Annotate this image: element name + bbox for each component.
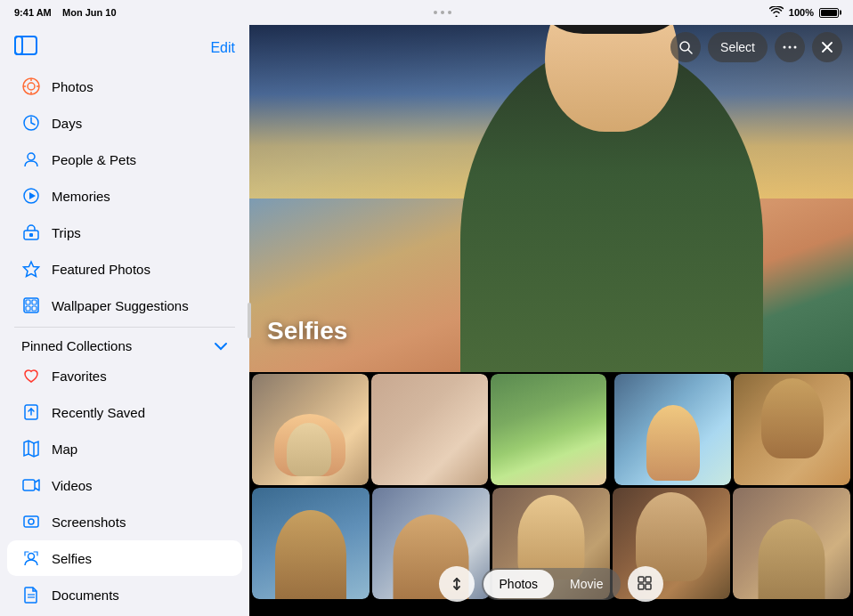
selfies-icon bbox=[21, 548, 41, 568]
sidebar-item-screenshots[interactable]: Screenshots bbox=[7, 504, 242, 539]
sidebar-item-documents[interactable]: Documents bbox=[7, 577, 242, 612]
svg-rect-19 bbox=[32, 306, 37, 311]
featured-icon bbox=[21, 259, 41, 279]
svg-rect-25 bbox=[23, 480, 35, 490]
thumb-3[interactable] bbox=[491, 374, 607, 485]
recentsaved-label: Recently Saved bbox=[52, 405, 145, 420]
sidebar-item-wallpaper[interactable]: Wallpaper Suggestions bbox=[7, 288, 242, 323]
photos-icon bbox=[21, 77, 41, 96]
svg-marker-22 bbox=[24, 441, 38, 457]
top-bar-actions: Select bbox=[670, 32, 842, 62]
sidebar: Edit Photos bbox=[0, 25, 249, 616]
svg-point-27 bbox=[28, 519, 34, 524]
top-bar: Select bbox=[249, 25, 853, 69]
svg-point-41 bbox=[794, 46, 797, 49]
svg-point-28 bbox=[28, 554, 35, 560]
sidebar-item-featured[interactable]: Featured Photos bbox=[7, 251, 242, 287]
map-label: Map bbox=[52, 442, 77, 457]
chevron-down-icon bbox=[214, 339, 228, 353]
battery-label: 100% bbox=[789, 7, 814, 18]
people-label: People & Pets bbox=[52, 152, 136, 167]
status-center bbox=[434, 11, 451, 14]
svg-point-39 bbox=[784, 46, 786, 49]
pinned-section-header[interactable]: Pinned Collections bbox=[0, 331, 249, 357]
close-button[interactable] bbox=[812, 32, 842, 62]
sidebar-item-recentsaved[interactable]: Recently Saved bbox=[7, 394, 242, 430]
view-mode-segment: Photos Movie bbox=[482, 568, 621, 600]
sidebar-item-favorites[interactable]: Favorites bbox=[7, 358, 242, 393]
wifi-icon bbox=[769, 6, 784, 19]
search-button[interactable] bbox=[670, 32, 701, 62]
photos-label: Photos bbox=[52, 79, 93, 94]
sidebar-item-map[interactable]: Map bbox=[7, 431, 242, 466]
svg-rect-17 bbox=[32, 300, 37, 304]
recentsaved-icon bbox=[21, 402, 41, 422]
time-display: 9:41 AM bbox=[14, 7, 52, 18]
videos-label: Videos bbox=[52, 478, 93, 493]
sidebar-header: Edit bbox=[0, 25, 249, 68]
album-title: Selfies bbox=[267, 317, 347, 345]
trips-icon bbox=[21, 223, 41, 242]
battery-icon bbox=[819, 8, 839, 18]
sidebar-resize-handle[interactable] bbox=[248, 303, 251, 338]
memories-label: Memories bbox=[52, 189, 110, 204]
sidebar-item-selfies[interactable]: Selfies bbox=[7, 540, 242, 576]
people-icon bbox=[21, 150, 41, 169]
selfies-label: Selfies bbox=[52, 551, 92, 566]
sidebar-item-people[interactable]: People & Pets bbox=[7, 142, 242, 177]
svg-rect-1 bbox=[15, 36, 22, 54]
wallpaper-icon bbox=[21, 296, 41, 315]
thumb-6[interactable] bbox=[734, 374, 850, 485]
documents-icon bbox=[21, 585, 41, 604]
sidebar-item-trips[interactable]: Trips bbox=[7, 215, 242, 250]
svg-point-3 bbox=[28, 83, 35, 90]
sidebar-nav: Photos Days bbox=[0, 68, 249, 616]
movie-mode-button[interactable]: Movie bbox=[554, 570, 619, 598]
app-container: Edit Photos bbox=[0, 25, 853, 616]
days-label: Days bbox=[52, 116, 82, 131]
select-button[interactable]: Select bbox=[708, 32, 768, 62]
thumb-4[interactable] bbox=[609, 374, 612, 485]
thumbnail-row-1 bbox=[249, 374, 853, 485]
map-icon bbox=[21, 439, 41, 458]
edit-button[interactable]: Edit bbox=[210, 40, 235, 56]
hero-image: Selfies bbox=[249, 25, 853, 372]
photos-mode-button[interactable]: Photos bbox=[483, 570, 555, 598]
thumb-5[interactable] bbox=[614, 374, 731, 485]
favorites-icon bbox=[21, 366, 41, 385]
sidebar-item-days[interactable]: Days bbox=[7, 105, 242, 141]
sidebar-item-memories[interactable]: Memories bbox=[7, 178, 242, 214]
featured-label: Featured Photos bbox=[52, 262, 150, 277]
screenshots-icon bbox=[21, 512, 41, 531]
status-bar: 9:41 AM Mon Jun 10 100% bbox=[0, 0, 853, 25]
sort-button[interactable] bbox=[439, 566, 475, 602]
main-content: Select bbox=[249, 25, 853, 616]
thumb-2[interactable] bbox=[371, 374, 488, 485]
svg-marker-14 bbox=[24, 262, 39, 277]
svg-rect-46 bbox=[638, 577, 644, 582]
videos-icon bbox=[21, 475, 41, 495]
pinned-title: Pinned Collections bbox=[21, 338, 132, 353]
nav-divider bbox=[14, 327, 235, 328]
sidebar-item-videos[interactable]: Videos bbox=[7, 467, 242, 503]
wallpaper-label: Wallpaper Suggestions bbox=[52, 298, 189, 313]
svg-rect-18 bbox=[26, 306, 30, 311]
grid-view-button[interactable] bbox=[628, 566, 663, 602]
favorites-label: Favorites bbox=[52, 369, 107, 384]
sidebar-item-photos[interactable]: Photos bbox=[7, 69, 242, 104]
memories-icon bbox=[21, 186, 41, 206]
screenshots-label: Screenshots bbox=[52, 515, 126, 530]
thumb-1[interactable] bbox=[252, 374, 369, 485]
svg-line-38 bbox=[688, 50, 692, 53]
date-display: Mon Jun 10 bbox=[62, 7, 117, 18]
svg-rect-16 bbox=[26, 300, 30, 304]
svg-marker-11 bbox=[29, 192, 36, 199]
svg-rect-49 bbox=[646, 584, 651, 589]
svg-rect-26 bbox=[24, 516, 38, 527]
days-icon bbox=[21, 113, 41, 133]
svg-rect-48 bbox=[638, 584, 644, 589]
status-right: 100% bbox=[769, 6, 839, 19]
more-button[interactable] bbox=[775, 32, 805, 62]
svg-point-40 bbox=[789, 46, 792, 49]
status-time: 9:41 AM Mon Jun 10 bbox=[14, 7, 117, 18]
